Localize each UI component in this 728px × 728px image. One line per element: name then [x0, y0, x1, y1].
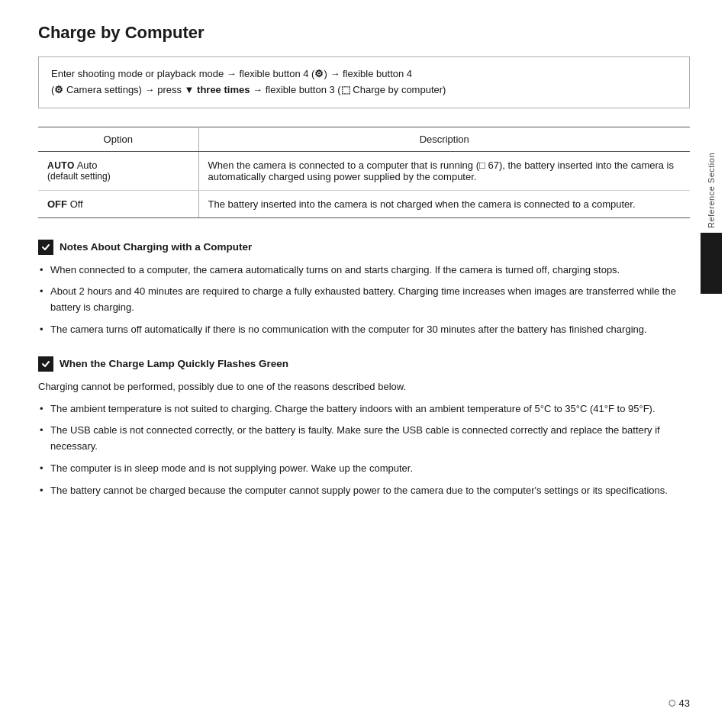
- bullet-item: The battery cannot be charged because th…: [38, 483, 690, 499]
- page-number: ⬡ 43: [668, 697, 690, 709]
- bullet-item: The computer is in sleep mode and is not…: [38, 461, 690, 477]
- options-table: Option Description AUTO Auto (default se…: [38, 127, 690, 218]
- table-header-description: Description: [198, 127, 690, 151]
- instruction-box: Enter shooting mode or playback mode → f…: [38, 56, 690, 108]
- sidebar-container: Reference Section: [701, 153, 722, 294]
- auto-label: AUTO: [47, 160, 75, 171]
- note-header-lamp: When the Charge Lamp Quickly Flashes Gre…: [38, 356, 690, 372]
- bullet-item: About 2 hours and 40 minutes are require…: [38, 284, 690, 316]
- note-title-charging: Notes About Charging with a Computer: [60, 241, 252, 253]
- option-auto: AUTO Auto (default setting): [38, 151, 198, 190]
- table-row: AUTO Auto (default setting) When the cam…: [38, 151, 690, 190]
- page-icon: ⬡: [668, 698, 676, 708]
- off-label: OFF: [47, 198, 67, 210]
- bullet-list-charging: When connected to a computer, the camera…: [38, 263, 690, 338]
- table-row: OFF Off The battery inserted into the ca…: [38, 190, 690, 217]
- bullet-item: The USB cable is not connected correctly…: [38, 423, 690, 455]
- bullet-list-lamp: The ambient temperature is not suited to…: [38, 401, 690, 499]
- sidebar-block: [701, 233, 722, 294]
- sidebar-label: Reference Section: [707, 153, 716, 228]
- note-header-charging: Notes About Charging with a Computer: [38, 240, 690, 255]
- off-description: The battery inserted into the camera is …: [198, 190, 690, 217]
- check-icon-charging: [38, 240, 53, 255]
- option-off: OFF Off: [38, 190, 198, 217]
- auto-description: When the camera is connected to a comput…: [198, 151, 690, 190]
- note-title-lamp: When the Charge Lamp Quickly Flashes Gre…: [60, 358, 288, 369]
- bullet-item: When connected to a computer, the camera…: [38, 263, 690, 279]
- table-header-option: Option: [38, 127, 198, 151]
- note-section-charging: Notes About Charging with a Computer Whe…: [38, 240, 690, 338]
- off-text: Off: [70, 198, 83, 210]
- page-title: Charge by Computer: [38, 23, 690, 43]
- auto-default: (default setting): [47, 171, 189, 182]
- note-intro-lamp: Charging cannot be performed, possibly d…: [38, 379, 690, 395]
- bullet-item: The camera turns off automatically if th…: [38, 322, 690, 338]
- note-section-lamp: When the Charge Lamp Quickly Flashes Gre…: [38, 356, 690, 499]
- page-number-value: 43: [679, 697, 690, 709]
- auto-text: Auto: [77, 159, 98, 171]
- bullet-item: The ambient temperature is not suited to…: [38, 401, 690, 417]
- check-icon-lamp: [38, 356, 53, 372]
